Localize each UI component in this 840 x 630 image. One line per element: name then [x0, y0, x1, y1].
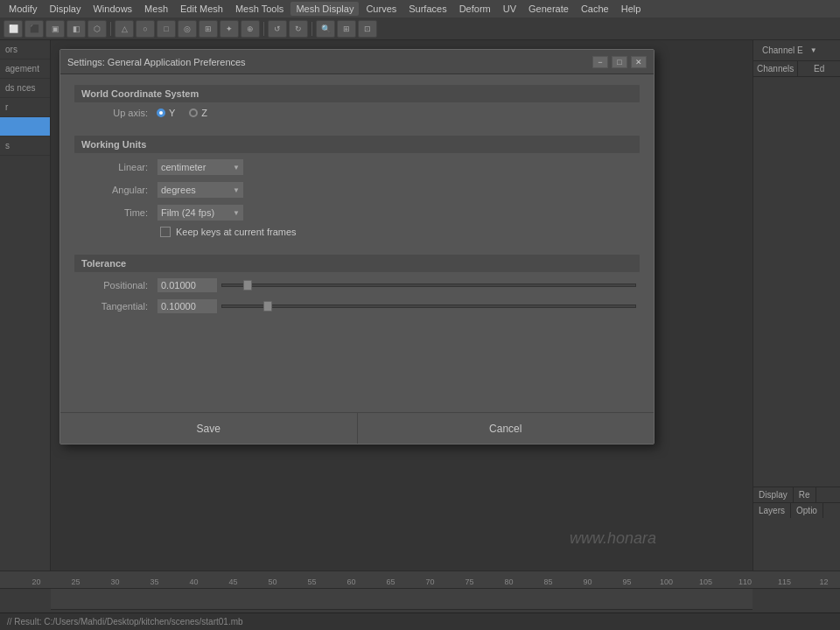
tab-layers[interactable]: Layers: [753, 503, 791, 518]
right-panel-content: [753, 77, 840, 84]
toolbar-btn-3[interactable]: ▣: [46, 20, 65, 38]
layer-options-tabs: Layers Optio: [753, 502, 840, 518]
sidebar-item-management[interactable]: agement: [0, 60, 50, 79]
linear-dropdown-text: centimeter: [161, 162, 233, 172]
radio-z-label: Z: [201, 108, 207, 118]
sidebar-item-s[interactable]: s: [0, 136, 50, 156]
menu-cache[interactable]: Cache: [576, 2, 614, 16]
linear-dropdown[interactable]: centimeter ▼: [157, 158, 244, 176]
dialog-overlay: Settings: General Application Preference…: [51, 40, 752, 570]
up-axis-radio-group: Y Z: [157, 108, 207, 118]
cancel-button[interactable]: Cancel: [358, 413, 654, 444]
angular-label: Angular:: [78, 185, 157, 195]
tab-ed[interactable]: Ed: [798, 61, 840, 76]
ruler-100: 100: [647, 578, 686, 586]
dialog-controls: − □ ✕: [592, 56, 647, 68]
toolbar-btn-1[interactable]: ⬜: [4, 20, 23, 38]
positional-input[interactable]: [157, 277, 218, 293]
menu-mesh-tools[interactable]: Mesh Tools: [230, 2, 289, 16]
sidebar-item-ds-nces[interactable]: ds nces: [0, 79, 50, 98]
menu-generate[interactable]: Generate: [523, 2, 574, 16]
menu-help[interactable]: Help: [616, 2, 647, 16]
tab-optio[interactable]: Optio: [791, 503, 823, 518]
ruler-start-pad: [9, 578, 17, 586]
toolbar-btn-13[interactable]: ↺: [268, 20, 287, 38]
menu-windows[interactable]: Windows: [88, 2, 137, 16]
right-panel-tabs: Channels Ed: [753, 61, 840, 77]
menu-mesh-display[interactable]: Mesh Display: [290, 2, 359, 16]
tab-channels[interactable]: Channels: [753, 61, 798, 76]
toolbar-btn-17[interactable]: ⊡: [358, 20, 377, 38]
keep-keys-checkbox[interactable]: [160, 227, 171, 237]
toolbar-btn-11[interactable]: ✦: [220, 20, 239, 38]
toolbar-btn-4[interactable]: ◧: [66, 20, 86, 38]
preferences-dialog: Settings: General Application Preference…: [60, 49, 654, 444]
toolbar-btn-5[interactable]: ⬡: [88, 20, 107, 38]
ruler-50: 50: [253, 578, 292, 586]
menu-display[interactable]: Display: [44, 2, 86, 16]
ruler-60: 60: [332, 578, 371, 586]
ruler-45: 45: [214, 578, 253, 586]
toolbar-btn-14[interactable]: ↻: [289, 20, 308, 38]
ruler-105: 105: [686, 578, 725, 586]
tangential-input[interactable]: [157, 298, 218, 314]
toolbar-btn-10[interactable]: ⊞: [199, 20, 218, 38]
tab-display[interactable]: Display: [753, 487, 794, 502]
keep-keys-label: Keep keys at current frames: [176, 227, 297, 237]
timeline-track[interactable]: [51, 589, 752, 610]
ruler-65: 65: [371, 578, 410, 586]
tangential-slider-track[interactable]: [221, 304, 636, 308]
working-units-header: Working Units: [74, 136, 640, 153]
toolbar-btn-6[interactable]: △: [115, 20, 134, 38]
save-button[interactable]: Save: [60, 413, 358, 444]
angular-row: Angular: degrees ▼: [74, 181, 640, 199]
tangential-slider-thumb[interactable]: [263, 301, 272, 312]
radio-z-dot[interactable]: [189, 108, 198, 117]
toolbar-btn-16[interactable]: ⊞: [337, 20, 356, 38]
time-dropdown[interactable]: Film (24 fps) ▼: [157, 204, 244, 221]
minimize-button[interactable]: −: [592, 56, 608, 68]
sidebar-item-r[interactable]: r: [0, 98, 50, 117]
sidebar-item-active[interactable]: [0, 117, 50, 136]
tolerance-header: Tolerance: [74, 255, 640, 272]
linear-row: Linear: centimeter ▼: [74, 158, 640, 176]
radio-y-option[interactable]: Y: [157, 108, 175, 118]
toolbar-btn-8[interactable]: □: [157, 20, 176, 38]
menu-uv[interactable]: UV: [498, 2, 522, 16]
toolbar-btn-15[interactable]: 🔍: [316, 20, 335, 38]
toolbar-btn-12[interactable]: ⊕: [241, 20, 260, 38]
menu-deform[interactable]: Deform: [454, 2, 496, 16]
angular-dropdown-text: degrees: [161, 185, 233, 195]
close-button[interactable]: ✕: [631, 56, 647, 68]
menu-mesh[interactable]: Mesh: [139, 2, 173, 16]
maximize-button[interactable]: □: [612, 56, 627, 68]
positional-slider-thumb[interactable]: [243, 280, 252, 290]
linear-control: centimeter ▼: [157, 158, 636, 176]
toolbar-btn-7[interactable]: ○: [136, 20, 155, 38]
ruler-70: 70: [410, 578, 450, 586]
channel-dropdown-arrow[interactable]: ▼: [810, 46, 817, 54]
up-axis-label: Up axis:: [78, 108, 157, 118]
positional-control: [157, 277, 636, 293]
radio-y-label: Y: [169, 108, 175, 118]
angular-dropdown[interactable]: degrees ▼: [157, 181, 244, 199]
menu-edit-mesh[interactable]: Edit Mesh: [175, 2, 228, 16]
radio-y-dot[interactable]: [157, 108, 165, 117]
time-control: Film (24 fps) ▼: [157, 204, 636, 221]
keep-keys-row: Keep keys at current frames: [74, 227, 640, 237]
sidebar-item-ors[interactable]: ors: [0, 40, 50, 60]
positional-slider-track[interactable]: [221, 284, 636, 287]
dialog-title: Settings: General Application Preference…: [67, 57, 592, 67]
ruler-75: 75: [450, 578, 489, 586]
tab-re[interactable]: Re: [794, 487, 816, 502]
menu-surfaces[interactable]: Surfaces: [403, 2, 452, 16]
menu-curves[interactable]: Curves: [360, 2, 402, 16]
menu-modify[interactable]: Modify: [4, 2, 42, 16]
tangential-row: Tangential:: [74, 298, 640, 314]
ruler-40: 40: [174, 578, 214, 586]
toolbar-btn-2[interactable]: ⬛: [24, 20, 44, 38]
status-bar: // Result: C:/Users/Mahdi/Desktop/kitche…: [0, 612, 840, 630]
working-units-section: Working Units Linear: centimeter ▼ Angul…: [74, 136, 640, 242]
radio-z-option[interactable]: Z: [189, 108, 207, 118]
toolbar-btn-9[interactable]: ◎: [178, 20, 197, 38]
